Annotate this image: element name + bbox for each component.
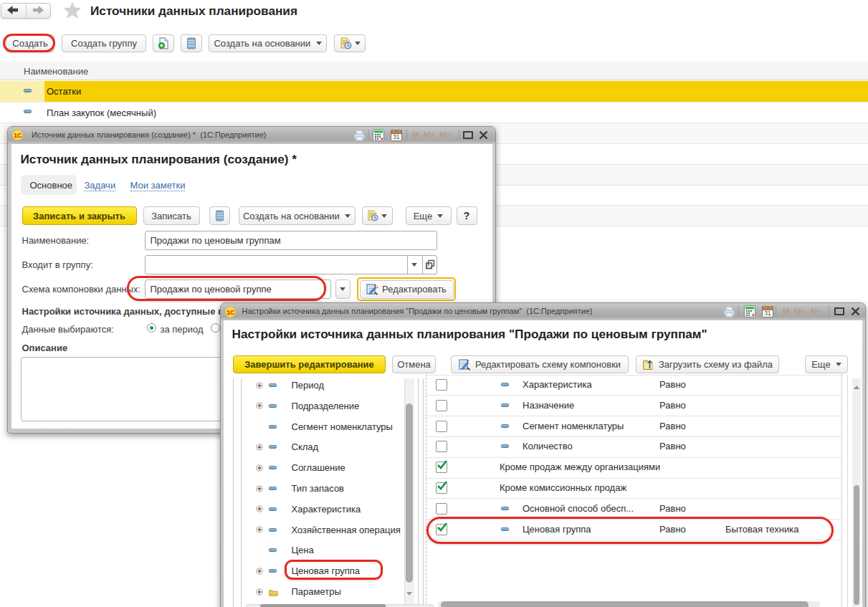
svg-text:31: 31 xyxy=(764,310,771,317)
svg-text:1C: 1C xyxy=(14,132,22,139)
svg-text:31: 31 xyxy=(393,133,400,140)
svg-text:1C: 1C xyxy=(226,308,235,315)
